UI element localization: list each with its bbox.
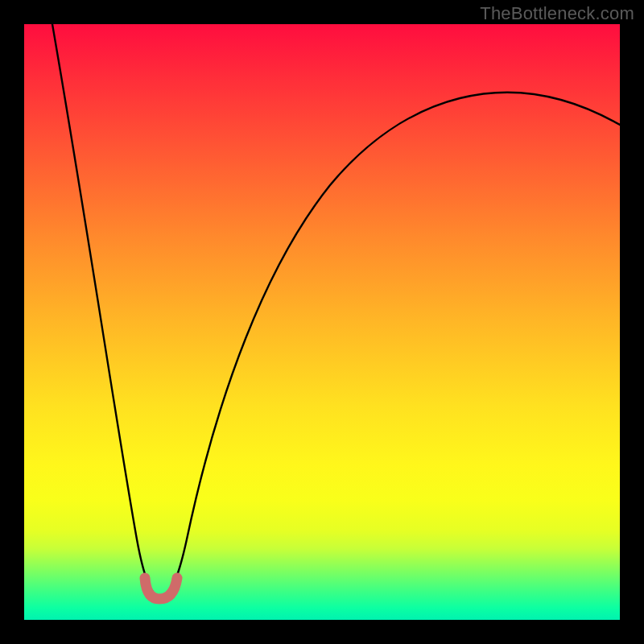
bottleneck-curve <box>52 24 620 597</box>
chart-frame: TheBottleneck.com <box>0 0 644 644</box>
plot-area <box>24 24 620 620</box>
curve-layer <box>24 24 620 620</box>
watermark-text: TheBottleneck.com <box>480 3 634 24</box>
optimal-zone-marker <box>145 578 177 599</box>
